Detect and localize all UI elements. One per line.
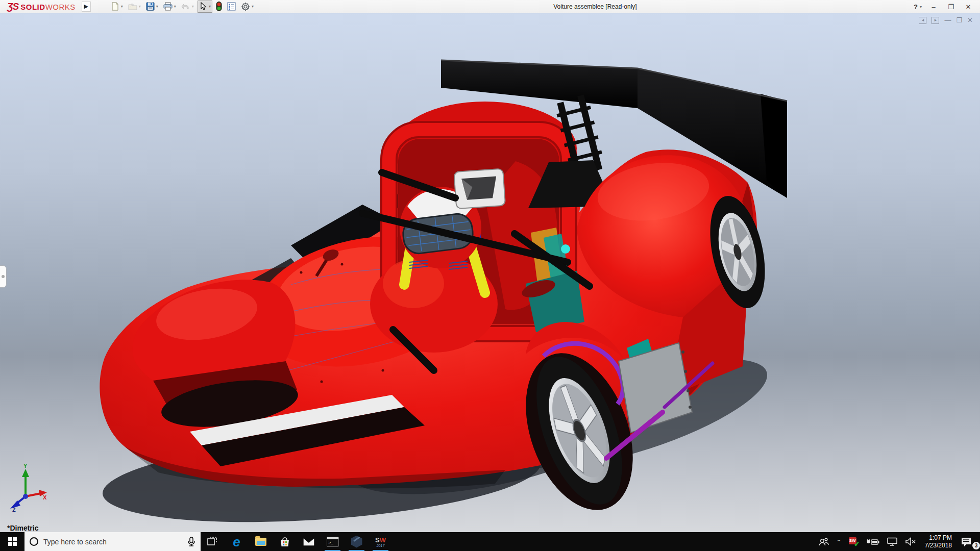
triad-z-label: Z xyxy=(12,507,16,512)
solidworks-year-label: 2017 xyxy=(377,544,385,547)
chevron-up-icon: ⌃ xyxy=(837,539,842,544)
tray-overflow-button[interactable]: ⌃ xyxy=(833,532,845,551)
clock-date: 7/23/2018 xyxy=(925,542,952,549)
hexagon-app-icon xyxy=(351,536,362,548)
new-document-icon xyxy=(111,2,119,11)
car-model-svg xyxy=(77,44,817,532)
triad-x-label: X xyxy=(43,494,47,500)
titlebar: ƷSSOLIDWORKS ▶ ▾ ▾ xyxy=(0,0,980,13)
help-button[interactable]: ? xyxy=(911,1,921,12)
solidworks-logo: ƷSSOLIDWORKS xyxy=(0,1,81,12)
options-caret-icon[interactable]: ▾ xyxy=(252,4,254,9)
doc-close-button[interactable]: ✕ xyxy=(967,16,973,24)
quick-access-toolbar: ▾ ▾ ▾ xyxy=(108,0,256,13)
command-prompt-button[interactable] xyxy=(321,532,345,551)
undo-button[interactable]: ▾ xyxy=(180,1,195,13)
task-view-icon xyxy=(207,537,218,547)
speaker-muted-icon xyxy=(905,537,916,546)
microphone-icon[interactable] xyxy=(187,537,195,547)
cortana-icon xyxy=(30,537,38,546)
orientation-triad: Y X Z xyxy=(5,463,49,512)
solidworks-button[interactable]: SW 2017 xyxy=(369,532,393,551)
undo-caret-icon: ▾ xyxy=(192,4,194,9)
save-caret-icon[interactable]: ▾ xyxy=(156,4,158,9)
flyout-arrow-icon: ▶ xyxy=(84,3,88,10)
command-prompt-icon xyxy=(327,537,339,547)
open-button[interactable]: ▾ xyxy=(127,1,142,13)
save-floppy-icon xyxy=(146,2,155,11)
new-document-button[interactable]: ▾ xyxy=(109,1,125,13)
hexagon-app-button[interactable] xyxy=(345,532,369,551)
mail-icon xyxy=(303,537,315,546)
file-explorer-icon xyxy=(255,538,266,546)
window-controls: ? ▾ – ❐ ✕ xyxy=(911,0,976,13)
windows-taskbar: e SW 2017 xyxy=(0,532,980,551)
action-center-button[interactable]: 3 xyxy=(957,532,980,551)
menu-flyout-button[interactable]: ▶ xyxy=(82,2,91,12)
options-gear-icon xyxy=(241,2,250,11)
solidworks-resource-monitor[interactable]: SW✓ xyxy=(845,532,863,551)
print-icon xyxy=(163,2,173,11)
volume-button[interactable] xyxy=(901,532,920,551)
document-window-controls: ◂ ▸ — ❐ ✕ xyxy=(919,16,973,24)
rebuild-traffic-light-icon xyxy=(216,2,222,11)
document-title: Voiture assemblee [Read-only] xyxy=(553,0,636,13)
ethernet-network-icon xyxy=(887,537,898,546)
print-button[interactable]: ▾ xyxy=(162,1,178,13)
restore-button[interactable]: ❐ xyxy=(943,1,959,12)
open-folder-icon xyxy=(128,3,137,11)
network-button[interactable] xyxy=(883,532,901,551)
collapse-panel-right-button[interactable]: ▸ xyxy=(932,17,939,24)
feature-manager-splitter-handle[interactable] xyxy=(0,265,7,288)
close-button[interactable]: ✕ xyxy=(961,1,976,12)
store-icon xyxy=(279,536,290,547)
save-button[interactable]: ▾ xyxy=(144,1,160,13)
car-model-render xyxy=(77,44,817,532)
power-status-button[interactable] xyxy=(863,532,883,551)
rebuild-button[interactable] xyxy=(214,1,224,13)
undo-arrow-icon xyxy=(181,3,190,11)
notification-icon xyxy=(961,537,972,547)
people-button[interactable] xyxy=(815,532,833,551)
collapse-panel-left-button[interactable]: ◂ xyxy=(919,17,926,24)
edge-icon: e xyxy=(233,535,240,548)
select-button[interactable]: ▾ xyxy=(198,1,212,13)
open-caret-icon: ▾ xyxy=(139,4,141,9)
windows-logo-icon xyxy=(8,537,17,546)
file-properties-button[interactable] xyxy=(226,1,237,13)
mail-button[interactable] xyxy=(297,532,321,551)
doc-minimize-button[interactable]: — xyxy=(944,16,951,24)
doc-restore-button[interactable]: ❐ xyxy=(956,16,962,24)
battery-plug-icon xyxy=(866,538,879,546)
solidworks-check-icon: SW✓ xyxy=(849,537,859,546)
file-properties-icon xyxy=(227,2,236,11)
new-caret-icon[interactable]: ▾ xyxy=(121,4,123,9)
ds-logo-mark: ƷS xyxy=(7,1,18,12)
system-tray: ⌃ SW✓ xyxy=(815,532,980,551)
select-cursor-icon xyxy=(199,2,207,11)
triad-y-label: Y xyxy=(23,463,28,469)
select-caret-icon[interactable]: ▾ xyxy=(209,4,211,9)
file-explorer-button[interactable] xyxy=(249,532,273,551)
start-button[interactable] xyxy=(0,532,24,551)
store-button[interactable] xyxy=(273,532,297,551)
notification-badge: 3 xyxy=(972,542,980,549)
taskbar-clock[interactable]: 1:07 PM 7/23/2018 xyxy=(920,534,957,549)
help-caret-icon[interactable]: ▾ xyxy=(920,5,922,9)
clock-time: 1:07 PM xyxy=(929,534,952,542)
task-view-button[interactable] xyxy=(201,532,225,551)
print-caret-icon[interactable]: ▾ xyxy=(174,4,176,9)
solidworks-2017-icon: SW 2017 xyxy=(375,536,386,547)
edge-button[interactable]: e xyxy=(225,532,249,551)
taskbar-search[interactable] xyxy=(24,532,201,551)
graphics-viewport[interactable]: ◂ ▸ — ❐ ✕ xyxy=(0,13,980,532)
view-orientation-label: *Dimetric xyxy=(7,524,38,532)
options-button[interactable]: ▾ xyxy=(239,1,255,13)
search-input[interactable] xyxy=(43,538,171,546)
people-icon xyxy=(818,537,829,546)
minimize-button[interactable]: – xyxy=(926,1,941,12)
